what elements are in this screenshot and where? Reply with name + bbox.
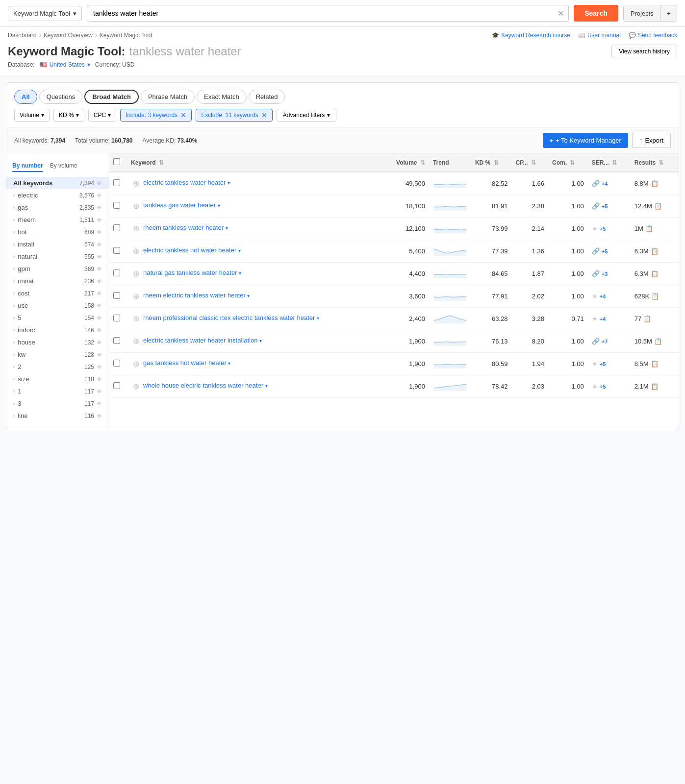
include-keywords-pill[interactable]: Include: 3 keywords ✕ bbox=[120, 109, 192, 122]
keyword-link[interactable]: rheem professional classic rtex electric… bbox=[143, 314, 315, 321]
sidebar-item[interactable]: › install 574 👁 bbox=[6, 238, 109, 250]
serp-features-count[interactable]: +3 bbox=[602, 271, 608, 277]
sidebar-item[interactable]: › size 118 👁 bbox=[6, 373, 109, 385]
tab-phrase-match[interactable]: Phrase Match bbox=[141, 90, 195, 104]
row-checkbox[interactable] bbox=[113, 315, 120, 321]
keyword-link[interactable]: electric tankless water heater installat… bbox=[143, 337, 257, 344]
serp-features-count[interactable]: +5 bbox=[600, 361, 606, 367]
keyword-link[interactable]: electric tankless water heater bbox=[143, 179, 226, 186]
send-feedback-link[interactable]: 💬 Send feedback bbox=[629, 32, 677, 39]
to-keyword-manager-button[interactable]: + + To Keyword Manager bbox=[543, 133, 628, 148]
sidebar-item[interactable]: › house 132 👁 bbox=[6, 336, 109, 348]
add-keyword-button[interactable]: ⊕ bbox=[131, 269, 141, 278]
search-button[interactable]: Search bbox=[574, 5, 618, 22]
eye-icon[interactable]: 👁 bbox=[97, 278, 102, 284]
eye-icon[interactable]: 👁 bbox=[97, 291, 102, 296]
eye-icon[interactable]: 👁 bbox=[97, 266, 102, 272]
advanced-filters-button[interactable]: Advanced filters ▾ bbox=[277, 109, 336, 122]
breadcrumb-keyword-overview[interactable]: Keyword Overview bbox=[44, 32, 93, 39]
volume-filter-dropdown[interactable]: Volume ▾ bbox=[14, 109, 50, 122]
sidebar-item[interactable]: › cost 217 👁 bbox=[6, 287, 109, 299]
eye-icon[interactable]: 👁 bbox=[97, 242, 102, 247]
col-results[interactable]: Results ⇅ bbox=[631, 153, 679, 172]
col-com[interactable]: Com. ⇅ bbox=[548, 153, 588, 172]
serp-doc-icon[interactable]: 📋 bbox=[651, 270, 659, 277]
keyword-dropdown-icon[interactable]: ▾ bbox=[247, 293, 250, 298]
add-keyword-button[interactable]: ⊕ bbox=[131, 292, 141, 301]
exclude-keywords-clear[interactable]: ✕ bbox=[261, 111, 267, 119]
keyword-link[interactable]: whole house electric tankless water heat… bbox=[143, 382, 263, 389]
eye-icon[interactable]: 👁 bbox=[97, 364, 102, 370]
eye-icon[interactable]: 👁 bbox=[97, 315, 102, 321]
cpc-filter-dropdown[interactable]: CPC ▾ bbox=[88, 109, 116, 122]
row-checkbox[interactable] bbox=[113, 202, 120, 209]
keyword-research-course-link[interactable]: 🎓 Keyword Research course bbox=[492, 32, 570, 39]
add-keyword-button[interactable]: ⊕ bbox=[131, 337, 141, 346]
eye-icon[interactable]: 👁 bbox=[97, 217, 102, 223]
keyword-dropdown-icon[interactable]: ▾ bbox=[259, 338, 262, 343]
row-checkbox[interactable] bbox=[113, 292, 120, 299]
sidebar-item[interactable]: › gpm 369 👁 bbox=[6, 263, 109, 275]
add-keyword-button[interactable]: ⊕ bbox=[131, 201, 141, 211]
add-keyword-button[interactable]: ⊕ bbox=[131, 246, 141, 256]
serp-doc-icon[interactable]: 📋 bbox=[651, 383, 659, 390]
sidebar-item[interactable]: › rinnai 236 👁 bbox=[6, 275, 109, 287]
sidebar-item[interactable]: All keywords 7,394 👁 bbox=[6, 177, 109, 189]
row-checkbox[interactable] bbox=[113, 382, 120, 389]
sidebar-item[interactable]: › indoor 146 👁 bbox=[6, 324, 109, 336]
serp-doc-icon[interactable]: 📋 bbox=[645, 225, 653, 232]
eye-icon[interactable]: 👁 bbox=[97, 180, 102, 186]
serp-doc-icon[interactable]: 📋 bbox=[654, 338, 662, 345]
add-keyword-button[interactable]: ⊕ bbox=[131, 224, 141, 233]
add-keyword-button[interactable]: ⊕ bbox=[131, 179, 141, 188]
sidebar-item[interactable]: › line 116 👁 bbox=[6, 410, 109, 422]
col-volume[interactable]: Volume ⇅ bbox=[381, 153, 429, 172]
keyword-dropdown-icon[interactable]: ▾ bbox=[228, 180, 230, 186]
keyword-dropdown-icon[interactable]: ▾ bbox=[239, 270, 241, 276]
add-keyword-button[interactable]: ⊕ bbox=[131, 359, 141, 368]
col-kd[interactable]: KD % ⇅ bbox=[471, 153, 512, 172]
eye-icon[interactable]: 👁 bbox=[97, 229, 102, 235]
sidebar-tab-by-number[interactable]: By number bbox=[12, 160, 43, 172]
keyword-link[interactable]: tankless gas water heater bbox=[143, 201, 216, 209]
serp-doc-icon[interactable]: 📋 bbox=[651, 360, 659, 368]
keyword-dropdown-icon[interactable]: ▾ bbox=[218, 203, 220, 208]
row-checkbox[interactable] bbox=[113, 270, 120, 276]
col-keyword[interactable]: Keyword ⇅ bbox=[127, 153, 381, 172]
keyword-dropdown-icon[interactable]: ▾ bbox=[226, 225, 228, 231]
serp-features-count[interactable]: +5 bbox=[602, 203, 608, 209]
sidebar-item[interactable]: › use 158 👁 bbox=[6, 299, 109, 312]
add-keyword-button[interactable]: ⊕ bbox=[131, 314, 141, 323]
sidebar-item[interactable]: › natural 555 👁 bbox=[6, 250, 109, 263]
serp-features-count[interactable]: +4 bbox=[600, 316, 606, 322]
projects-label[interactable]: Projects bbox=[624, 6, 660, 21]
keyword-link[interactable]: rheem tankless water heater bbox=[143, 224, 224, 231]
projects-add-button[interactable]: + bbox=[660, 5, 677, 21]
clear-search-button[interactable]: ✕ bbox=[558, 9, 564, 18]
serp-features-count[interactable]: +5 bbox=[600, 384, 606, 390]
serp-doc-icon[interactable]: 📋 bbox=[643, 315, 651, 322]
eye-icon[interactable]: 👁 bbox=[97, 254, 102, 260]
eye-icon[interactable]: 👁 bbox=[97, 193, 102, 198]
search-input[interactable] bbox=[87, 5, 569, 22]
keyword-link[interactable]: gas tankless hot water heater bbox=[143, 359, 227, 367]
sidebar-item[interactable]: › electric 3,576 👁 bbox=[6, 189, 109, 201]
serp-features-count[interactable]: +5 bbox=[600, 226, 606, 232]
view-search-history-button[interactable]: View search history bbox=[611, 45, 677, 58]
export-button[interactable]: ↑ Export bbox=[632, 133, 671, 148]
keyword-dropdown-icon[interactable]: ▾ bbox=[228, 361, 230, 366]
include-keywords-clear[interactable]: ✕ bbox=[180, 111, 186, 119]
col-serp[interactable]: SER... ⇅ bbox=[588, 153, 631, 172]
serp-doc-icon[interactable]: 📋 bbox=[651, 247, 659, 255]
row-checkbox[interactable] bbox=[113, 179, 120, 186]
eye-icon[interactable]: 👁 bbox=[97, 205, 102, 211]
user-manual-link[interactable]: 📖 User manual bbox=[578, 32, 621, 39]
sidebar-item[interactable]: › 2 125 👁 bbox=[6, 361, 109, 373]
eye-icon[interactable]: 👁 bbox=[97, 376, 102, 382]
row-checkbox[interactable] bbox=[113, 224, 120, 231]
eye-icon[interactable]: 👁 bbox=[97, 327, 102, 333]
serp-features-count[interactable]: +7 bbox=[602, 339, 608, 344]
sidebar-item[interactable]: › 1 117 👁 bbox=[6, 385, 109, 397]
tab-questions[interactable]: Questions bbox=[39, 90, 83, 104]
sidebar-item[interactable]: › hot 689 👁 bbox=[6, 226, 109, 238]
